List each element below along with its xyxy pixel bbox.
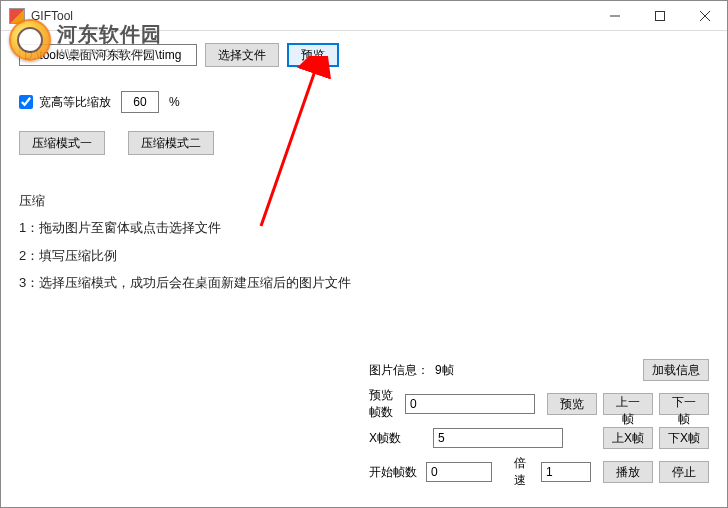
down-x-frame-button[interactable]: 下X帧 xyxy=(659,427,709,449)
start-frames-label: 开始帧数 xyxy=(369,464,420,481)
speed-label: 倍速 xyxy=(514,455,535,489)
stop-button[interactable]: 停止 xyxy=(659,461,709,483)
instructions-block: 压缩 1：拖动图片至窗体或点击选择文件 2：填写压缩比例 3：选择压缩模式，成功… xyxy=(19,187,709,296)
watermark-text-en: WWW.PC0359.CN xyxy=(57,48,162,59)
preview-frames-label: 预览帧数 xyxy=(369,387,399,421)
start-frames-input[interactable] xyxy=(426,462,492,482)
svg-rect-1 xyxy=(655,12,664,21)
watermark-logo xyxy=(9,19,51,61)
speed-input[interactable] xyxy=(541,462,591,482)
close-button[interactable] xyxy=(682,1,727,31)
instructions-heading: 压缩 xyxy=(19,187,709,214)
load-info-button[interactable]: 加载信息 xyxy=(643,359,709,381)
minimize-button[interactable] xyxy=(592,1,637,31)
percent-label: % xyxy=(169,95,180,109)
instruction-line-1: 1：拖动图片至窗体或点击选择文件 xyxy=(19,214,709,241)
watermark-overlay: 河东软件园 WWW.PC0359.CN xyxy=(9,19,162,61)
preview-frames-input[interactable] xyxy=(405,394,535,414)
scale-row: 宽高等比缩放 % xyxy=(19,91,709,113)
watermark-text-cn: 河东软件园 xyxy=(57,21,162,48)
info-panel: 图片信息： 9帧 加载信息 预览帧数 预览 上一帧 下一帧 X帧数 上X帧 下X… xyxy=(369,359,709,495)
content-area: 选择文件 预览 宽高等比缩放 % 压缩模式一 压缩模式二 压缩 1：拖动图片至窗… xyxy=(1,31,727,308)
prev-frame-button[interactable]: 上一帧 xyxy=(603,393,653,415)
maximize-button[interactable] xyxy=(637,1,682,31)
compress-mode-1-button[interactable]: 压缩模式一 xyxy=(19,131,105,155)
aspect-ratio-checkbox[interactable] xyxy=(19,95,33,109)
x-frames-input[interactable] xyxy=(433,428,563,448)
x-frames-label: X帧数 xyxy=(369,430,427,447)
instruction-line-2: 2：填写压缩比例 xyxy=(19,242,709,269)
image-info-value: 9帧 xyxy=(435,362,454,379)
mode-buttons-row: 压缩模式一 压缩模式二 xyxy=(19,131,709,155)
play-button[interactable]: 播放 xyxy=(603,461,653,483)
preview-button[interactable]: 预览 xyxy=(287,43,339,67)
aspect-ratio-label: 宽高等比缩放 xyxy=(39,94,111,111)
image-info-label: 图片信息： xyxy=(369,362,429,379)
select-file-button[interactable]: 选择文件 xyxy=(205,43,279,67)
scale-value-input[interactable] xyxy=(121,91,159,113)
window-controls xyxy=(592,1,727,31)
preview-frame-button[interactable]: 预览 xyxy=(547,393,597,415)
instruction-line-3: 3：选择压缩模式，成功后会在桌面新建压缩后的图片文件 xyxy=(19,269,709,296)
compress-mode-2-button[interactable]: 压缩模式二 xyxy=(128,131,214,155)
up-x-frame-button[interactable]: 上X帧 xyxy=(603,427,653,449)
next-frame-button[interactable]: 下一帧 xyxy=(659,393,709,415)
